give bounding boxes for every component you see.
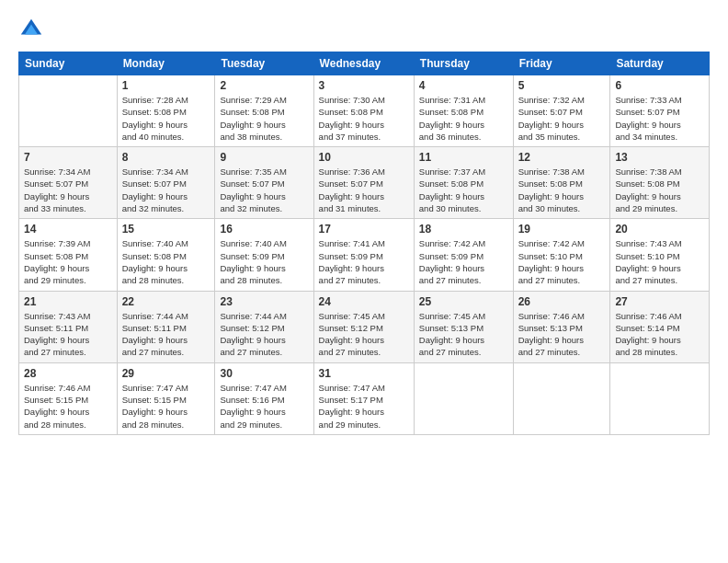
day-number: 28 xyxy=(24,367,112,380)
logo xyxy=(18,17,48,42)
day-info: Sunrise: 7:44 AM Sunset: 5:12 PM Dayligh… xyxy=(220,310,308,359)
day-number: 11 xyxy=(419,151,508,164)
calendar-week-2: 7Sunrise: 7:34 AM Sunset: 5:07 PM Daylig… xyxy=(19,147,710,219)
calendar-cell: 16Sunrise: 7:40 AM Sunset: 5:09 PM Dayli… xyxy=(215,219,313,291)
day-number: 23 xyxy=(220,295,308,308)
calendar-cell: 8Sunrise: 7:34 AM Sunset: 5:07 PM Daylig… xyxy=(117,147,215,219)
calendar-cell: 26Sunrise: 7:46 AM Sunset: 5:13 PM Dayli… xyxy=(513,291,610,362)
calendar-table: SundayMondayTuesdayWednesdayThursdayFrid… xyxy=(18,52,710,435)
day-info: Sunrise: 7:36 AM Sunset: 5:07 PM Dayligh… xyxy=(319,166,409,214)
calendar-header-row: SundayMondayTuesdayWednesdayThursdayFrid… xyxy=(19,52,710,75)
day-number: 30 xyxy=(220,367,308,380)
day-info: Sunrise: 7:46 AM Sunset: 5:14 PM Dayligh… xyxy=(615,310,704,359)
calendar-week-4: 21Sunrise: 7:43 AM Sunset: 5:11 PM Dayli… xyxy=(19,291,710,362)
day-number: 1 xyxy=(122,79,210,92)
day-info: Sunrise: 7:38 AM Sunset: 5:08 PM Dayligh… xyxy=(518,166,606,214)
day-info: Sunrise: 7:45 AM Sunset: 5:12 PM Dayligh… xyxy=(319,310,409,359)
day-number: 5 xyxy=(518,79,606,92)
calendar-cell: 5Sunrise: 7:32 AM Sunset: 5:07 PM Daylig… xyxy=(513,75,610,147)
logo-icon xyxy=(18,17,44,42)
calendar-cell: 14Sunrise: 7:39 AM Sunset: 5:08 PM Dayli… xyxy=(19,219,118,291)
day-number: 26 xyxy=(518,295,606,308)
calendar-cell: 27Sunrise: 7:46 AM Sunset: 5:14 PM Dayli… xyxy=(610,291,710,362)
day-info: Sunrise: 7:47 AM Sunset: 5:16 PM Dayligh… xyxy=(220,382,308,431)
calendar-header-monday: Monday xyxy=(117,52,215,75)
calendar-cell: 22Sunrise: 7:44 AM Sunset: 5:11 PM Dayli… xyxy=(117,291,215,362)
calendar-cell xyxy=(513,362,610,434)
day-info: Sunrise: 7:41 AM Sunset: 5:09 PM Dayligh… xyxy=(319,237,409,286)
day-number: 9 xyxy=(220,151,308,164)
day-number: 21 xyxy=(24,295,112,308)
day-info: Sunrise: 7:35 AM Sunset: 5:07 PM Dayligh… xyxy=(220,166,308,214)
calendar-cell: 6Sunrise: 7:33 AM Sunset: 5:07 PM Daylig… xyxy=(610,75,710,147)
calendar-week-5: 28Sunrise: 7:46 AM Sunset: 5:15 PM Dayli… xyxy=(19,362,710,434)
calendar-cell xyxy=(414,362,513,434)
day-info: Sunrise: 7:46 AM Sunset: 5:13 PM Dayligh… xyxy=(518,310,606,359)
day-info: Sunrise: 7:40 AM Sunset: 5:08 PM Dayligh… xyxy=(122,237,210,286)
day-number: 10 xyxy=(319,151,409,164)
day-info: Sunrise: 7:47 AM Sunset: 5:15 PM Dayligh… xyxy=(122,382,210,431)
calendar-cell: 10Sunrise: 7:36 AM Sunset: 5:07 PM Dayli… xyxy=(313,147,414,219)
calendar-cell xyxy=(610,362,710,434)
calendar-cell: 9Sunrise: 7:35 AM Sunset: 5:07 PM Daylig… xyxy=(215,147,313,219)
calendar-header-saturday: Saturday xyxy=(610,52,710,75)
day-info: Sunrise: 7:42 AM Sunset: 5:10 PM Dayligh… xyxy=(518,237,606,286)
day-info: Sunrise: 7:43 AM Sunset: 5:11 PM Dayligh… xyxy=(24,310,112,359)
day-number: 18 xyxy=(419,223,508,236)
calendar-cell: 19Sunrise: 7:42 AM Sunset: 5:10 PM Dayli… xyxy=(513,219,610,291)
day-number: 15 xyxy=(122,223,210,236)
calendar-cell: 29Sunrise: 7:47 AM Sunset: 5:15 PM Dayli… xyxy=(117,362,215,434)
day-info: Sunrise: 7:28 AM Sunset: 5:08 PM Dayligh… xyxy=(122,94,210,143)
day-number: 22 xyxy=(122,295,210,308)
day-info: Sunrise: 7:47 AM Sunset: 5:17 PM Dayligh… xyxy=(319,382,409,431)
calendar-cell: 20Sunrise: 7:43 AM Sunset: 5:10 PM Dayli… xyxy=(610,219,710,291)
day-number: 14 xyxy=(24,223,112,236)
day-number: 17 xyxy=(319,223,409,236)
calendar-cell: 7Sunrise: 7:34 AM Sunset: 5:07 PM Daylig… xyxy=(19,147,118,219)
calendar-week-3: 14Sunrise: 7:39 AM Sunset: 5:08 PM Dayli… xyxy=(19,219,710,291)
day-info: Sunrise: 7:32 AM Sunset: 5:07 PM Dayligh… xyxy=(518,94,606,143)
calendar-header-friday: Friday xyxy=(513,52,610,75)
day-number: 27 xyxy=(615,295,704,308)
day-number: 29 xyxy=(122,367,210,380)
calendar-cell: 28Sunrise: 7:46 AM Sunset: 5:15 PM Dayli… xyxy=(19,362,118,434)
calendar-cell: 4Sunrise: 7:31 AM Sunset: 5:08 PM Daylig… xyxy=(414,75,513,147)
calendar-cell: 21Sunrise: 7:43 AM Sunset: 5:11 PM Dayli… xyxy=(19,291,118,362)
calendar-cell: 18Sunrise: 7:42 AM Sunset: 5:09 PM Dayli… xyxy=(414,219,513,291)
day-number: 13 xyxy=(615,151,704,164)
day-number: 3 xyxy=(319,79,409,92)
calendar-cell xyxy=(19,75,118,147)
day-number: 4 xyxy=(419,79,508,92)
day-info: Sunrise: 7:45 AM Sunset: 5:13 PM Dayligh… xyxy=(419,310,508,359)
day-info: Sunrise: 7:34 AM Sunset: 5:07 PM Dayligh… xyxy=(122,166,210,214)
calendar-cell: 31Sunrise: 7:47 AM Sunset: 5:17 PM Dayli… xyxy=(313,362,414,434)
day-info: Sunrise: 7:34 AM Sunset: 5:07 PM Dayligh… xyxy=(24,166,112,214)
calendar-header-sunday: Sunday xyxy=(19,52,118,75)
day-info: Sunrise: 7:29 AM Sunset: 5:08 PM Dayligh… xyxy=(220,94,308,143)
day-info: Sunrise: 7:40 AM Sunset: 5:09 PM Dayligh… xyxy=(220,237,308,286)
day-info: Sunrise: 7:33 AM Sunset: 5:07 PM Dayligh… xyxy=(615,94,704,143)
calendar-cell: 24Sunrise: 7:45 AM Sunset: 5:12 PM Dayli… xyxy=(313,291,414,362)
day-number: 20 xyxy=(615,223,704,236)
day-info: Sunrise: 7:31 AM Sunset: 5:08 PM Dayligh… xyxy=(419,94,508,143)
day-info: Sunrise: 7:39 AM Sunset: 5:08 PM Dayligh… xyxy=(24,237,112,286)
day-number: 12 xyxy=(518,151,606,164)
day-info: Sunrise: 7:38 AM Sunset: 5:08 PM Dayligh… xyxy=(615,166,704,214)
calendar-cell: 11Sunrise: 7:37 AM Sunset: 5:08 PM Dayli… xyxy=(414,147,513,219)
day-info: Sunrise: 7:37 AM Sunset: 5:08 PM Dayligh… xyxy=(419,166,508,214)
day-info: Sunrise: 7:42 AM Sunset: 5:09 PM Dayligh… xyxy=(419,237,508,286)
day-info: Sunrise: 7:43 AM Sunset: 5:10 PM Dayligh… xyxy=(615,237,704,286)
day-info: Sunrise: 7:46 AM Sunset: 5:15 PM Dayligh… xyxy=(24,382,112,431)
page: SundayMondayTuesdayWednesdayThursdayFrid… xyxy=(0,0,728,563)
day-number: 16 xyxy=(220,223,308,236)
calendar-week-1: 1Sunrise: 7:28 AM Sunset: 5:08 PM Daylig… xyxy=(19,75,710,147)
calendar-cell: 13Sunrise: 7:38 AM Sunset: 5:08 PM Dayli… xyxy=(610,147,710,219)
day-number: 19 xyxy=(518,223,606,236)
calendar-cell: 23Sunrise: 7:44 AM Sunset: 5:12 PM Dayli… xyxy=(215,291,313,362)
day-number: 31 xyxy=(319,367,409,380)
calendar-cell: 12Sunrise: 7:38 AM Sunset: 5:08 PM Dayli… xyxy=(513,147,610,219)
calendar-header-wednesday: Wednesday xyxy=(313,52,414,75)
day-number: 6 xyxy=(615,79,704,92)
day-info: Sunrise: 7:44 AM Sunset: 5:11 PM Dayligh… xyxy=(122,310,210,359)
day-number: 8 xyxy=(122,151,210,164)
